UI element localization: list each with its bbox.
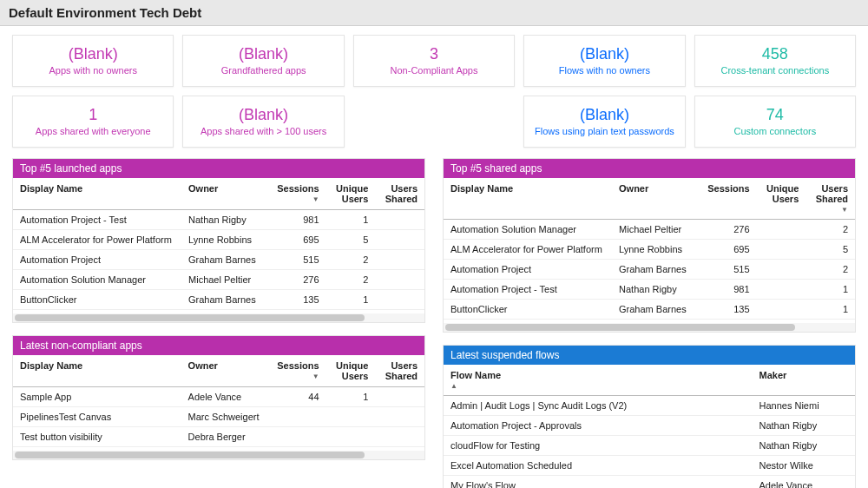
- cell-sessions: 44: [270, 387, 326, 407]
- cell-unique: 5: [326, 230, 376, 250]
- col-unique-users[interactable]: Unique Users: [326, 355, 376, 387]
- table-row[interactable]: Excel Automation ScheduledNestor Wilke: [444, 456, 855, 476]
- kpi-value: (Blank): [239, 46, 288, 63]
- launched-apps-title: Top #5 launched apps: [13, 159, 424, 178]
- table-row[interactable]: Automation Solution ManagerMichael Pelti…: [13, 270, 424, 290]
- table-row[interactable]: ButtonClickerGraham Barnes1351: [444, 300, 855, 320]
- table-row[interactable]: Automation Project - TestNathan Rigby981…: [444, 280, 855, 300]
- cell-owner: Debra Berger: [181, 427, 271, 447]
- col-owner[interactable]: Owner: [181, 178, 270, 210]
- col-maker[interactable]: Maker: [753, 365, 856, 396]
- cell-name: Sample App: [13, 387, 181, 407]
- cell-sessions: 276: [700, 220, 756, 240]
- cell-flow-name: Admin | Audit Logs | Sync Audit Logs (V2…: [444, 396, 753, 416]
- launched-apps-table[interactable]: Display Name Owner Sessions ▼ Unique Use…: [13, 178, 424, 310]
- col-unique-users[interactable]: Unique Users: [757, 178, 806, 220]
- kpi-label: Apps with no owners: [49, 65, 137, 76]
- cell-unique: [757, 220, 806, 240]
- cell-shared: [375, 270, 424, 290]
- hscroll[interactable]: [13, 451, 424, 459]
- kpi-card-flows-using-plain-text-passwords[interactable]: (Blank)Flows using plain text passwords: [523, 96, 685, 148]
- kpi-card-custom-connectors[interactable]: 74Custom connectors: [694, 96, 856, 148]
- kpi-card-non-compliant-apps[interactable]: 3Non-Compliant Apps: [353, 35, 515, 87]
- cell-maker: Nestor Wilke: [753, 456, 856, 476]
- table-row[interactable]: Test button visibilityDebra Berger: [13, 427, 424, 447]
- kpi-value: 3: [430, 46, 438, 63]
- table-row[interactable]: Automation Project - TestNathan Rigby981…: [13, 210, 424, 230]
- cell-name: ButtonClicker: [13, 290, 181, 310]
- col-display-name[interactable]: Display Name: [13, 178, 181, 210]
- col-display-name[interactable]: Display Name: [13, 355, 181, 387]
- cell-unique: 1: [326, 210, 376, 230]
- col-owner[interactable]: Owner: [181, 355, 271, 387]
- cell-shared: [375, 210, 424, 230]
- table-row[interactable]: Automation Solution ManagerMichael Pelti…: [444, 220, 855, 240]
- table-row[interactable]: PipelinesTest CanvasMarc Schweigert: [13, 407, 424, 427]
- kpi-value: (Blank): [69, 46, 118, 63]
- table-row[interactable]: Automation Project - ApprovalsNathan Rig…: [444, 416, 855, 436]
- cell-shared: 2: [806, 260, 855, 280]
- hscroll[interactable]: [13, 313, 424, 322]
- cell-maker: Adele Vance: [753, 476, 856, 489]
- col-flow-name[interactable]: Flow Name ▲: [444, 365, 753, 396]
- table-row[interactable]: Admin | Audit Logs | Sync Audit Logs (V2…: [444, 396, 855, 416]
- table-row[interactable]: cloudFlow for TestingNathan Rigby: [444, 436, 855, 456]
- cell-unique: [326, 407, 376, 427]
- col-users-shared[interactable]: Users Shared: [375, 178, 424, 210]
- cell-unique: 1: [326, 387, 376, 407]
- table-row[interactable]: ALM Accelerator for Power PlatformLynne …: [444, 240, 855, 260]
- suspended-flows-table[interactable]: Flow Name ▲ Maker Admin | Audit Logs | S…: [444, 365, 855, 488]
- kpi-label: Apps shared with > 100 users: [201, 126, 326, 136]
- cell-owner: Lynne Robbins: [181, 230, 270, 250]
- kpi-card-apps-shared-with-100-users[interactable]: (Blank)Apps shared with > 100 users: [182, 96, 344, 148]
- cell-owner: Adele Vance: [181, 387, 271, 407]
- kpi-card-grandfathered-apps[interactable]: (Blank)Grandfathered apps: [182, 35, 344, 87]
- table-row[interactable]: Automation ProjectGraham Barnes5152: [13, 250, 424, 270]
- col-sessions[interactable]: Sessions ▼: [270, 178, 326, 210]
- sort-desc-icon: ▼: [277, 195, 319, 203]
- cell-unique: [757, 240, 806, 260]
- noncompliant-apps-panel[interactable]: Latest non-compliant apps Display Name O…: [12, 335, 425, 460]
- cell-flow-name: Excel Automation Scheduled: [444, 456, 753, 476]
- table-row[interactable]: My Flow's FlowAdele Vance: [444, 476, 855, 489]
- col-sessions[interactable]: Sessions ▼: [270, 355, 326, 387]
- kpi-card-flows-with-no-owners[interactable]: (Blank)Flows with no owners: [523, 35, 685, 87]
- cell-shared: 2: [806, 220, 855, 240]
- cell-unique: 1: [326, 290, 376, 310]
- shared-apps-panel[interactable]: Top #5 shared apps Display Name Owner Se…: [443, 158, 856, 333]
- cell-owner: Nathan Rigby: [181, 210, 270, 230]
- shared-apps-table[interactable]: Display Name Owner Sessions Unique Users…: [444, 178, 855, 320]
- cell-name: Automation Solution Manager: [13, 270, 181, 290]
- col-users-shared[interactable]: Users Shared ▼: [806, 178, 855, 220]
- noncompliant-apps-title: Latest non-compliant apps: [13, 336, 424, 355]
- table-row[interactable]: Automation ProjectGraham Barnes5152: [444, 260, 855, 280]
- col-display-name[interactable]: Display Name: [444, 178, 612, 220]
- col-owner[interactable]: Owner: [612, 178, 700, 220]
- cell-owner: Graham Barnes: [181, 290, 270, 310]
- kpi-card-cross-tenant-connections[interactable]: 458Cross-tenant connections: [694, 35, 856, 87]
- col-unique-users[interactable]: Unique Users: [326, 178, 376, 210]
- noncompliant-apps-table[interactable]: Display Name Owner Sessions ▼ Unique Use…: [13, 355, 424, 447]
- tables-area: Top #5 launched apps Display Name Owner …: [12, 158, 856, 488]
- cell-sessions: 695: [700, 240, 756, 260]
- right-column: Top #5 shared apps Display Name Owner Se…: [443, 158, 856, 488]
- table-row[interactable]: Sample AppAdele Vance441: [13, 387, 424, 407]
- col-users-shared[interactable]: Users Shared: [375, 355, 424, 387]
- launched-apps-panel[interactable]: Top #5 launched apps Display Name Owner …: [12, 158, 425, 323]
- cell-name: Automation Project: [13, 250, 181, 270]
- cell-shared: [375, 230, 424, 250]
- cell-name: ALM Accelerator for Power Platform: [13, 230, 181, 250]
- suspended-flows-panel[interactable]: Latest suspended flows Flow Name ▲ Maker…: [443, 345, 856, 488]
- table-row[interactable]: ButtonClickerGraham Barnes1351: [13, 290, 424, 310]
- table-row[interactable]: ALM Accelerator for Power PlatformLynne …: [13, 230, 424, 250]
- cell-shared: [375, 387, 424, 407]
- col-sessions[interactable]: Sessions: [700, 178, 756, 220]
- hscroll[interactable]: [444, 323, 855, 332]
- cell-shared: 5: [806, 240, 855, 260]
- cell-flow-name: My Flow's Flow: [444, 476, 753, 489]
- kpi-card-apps-with-no-owners[interactable]: (Blank)Apps with no owners: [12, 35, 174, 87]
- cell-shared: [375, 290, 424, 310]
- cell-name: ALM Accelerator for Power Platform: [444, 240, 612, 260]
- cell-sessions: 135: [700, 300, 756, 320]
- kpi-card-apps-shared-with-everyone[interactable]: 1Apps shared with everyone: [12, 96, 174, 148]
